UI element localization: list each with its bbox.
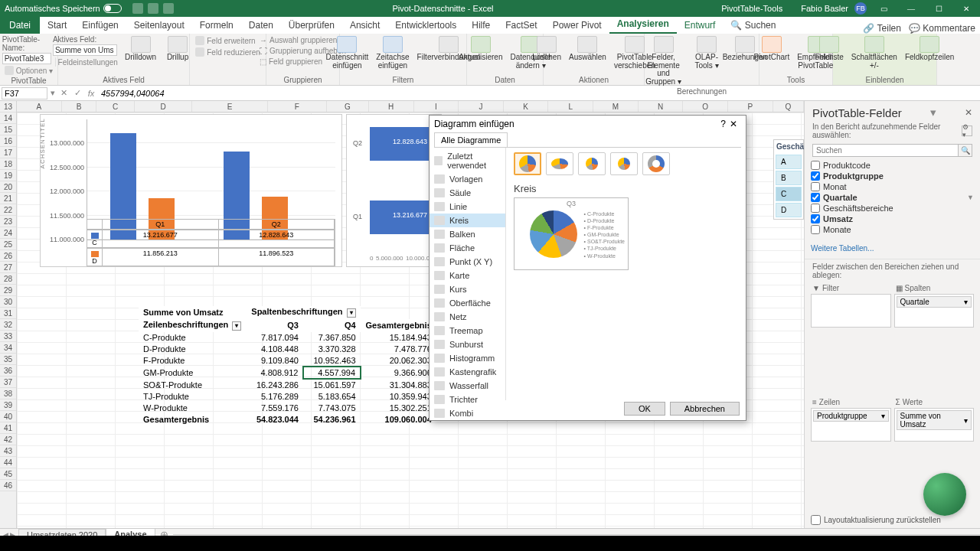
chart-preview[interactable]: Q3 • C-Produkte• D-Produkte• F-Produkte•… (514, 197, 629, 270)
expand-field[interactable]: Feld erweitern (193, 35, 262, 46)
pivot-table[interactable]: Summe von Umsatz Spaltenbeschriftungen ▾… (138, 305, 437, 425)
tab-help[interactable]: Hilfe (464, 17, 498, 34)
drilldown-button[interactable]: Drilldown (122, 35, 159, 63)
page-break-view-icon[interactable] (870, 542, 882, 551)
ribbon-display-options-icon[interactable]: ▭ (873, 0, 894, 17)
tab-review[interactable]: Überprüfen (281, 17, 342, 34)
chart-type-item[interactable]: Punkt (X Y) (430, 255, 505, 269)
gear-icon[interactable]: ⚙ ▾ (962, 126, 972, 136)
share-button[interactable]: 🔗 Teilen (863, 23, 900, 34)
confirm-edit-icon[interactable]: ✓ (70, 88, 84, 98)
add-sheet-icon[interactable]: ⊕ (155, 529, 173, 540)
chart-type-item[interactable]: Wasserfall (430, 379, 505, 393)
chart-type-item[interactable]: Linie (430, 200, 505, 214)
field-settings[interactable]: Feldeinstellungen (53, 57, 120, 67)
fieldheaders-button[interactable]: Feldkopfzeilen (902, 35, 957, 63)
pt-options[interactable]: Optionen ▾ (2, 65, 56, 76)
chart-type-item[interactable]: Kombi (430, 406, 505, 420)
defer-layout-checkbox[interactable] (811, 515, 821, 525)
cancel-edit-icon[interactable]: ✕ (57, 88, 70, 98)
tab-nav-next-icon[interactable]: ▶ (10, 531, 15, 539)
chart-type-item[interactable]: Kastengrafik (430, 365, 505, 379)
more-tables-link[interactable]: Weitere Tabellen... (805, 243, 980, 259)
chart-type-item[interactable]: Trichter (430, 393, 505, 406)
tab-insert[interactable]: Einfügen (74, 17, 126, 34)
chart-type-item[interactable]: Oberfläche (430, 296, 505, 310)
column-headers[interactable]: ABCDEFGHIJKLMNOPQ (17, 101, 804, 112)
fields-items-sets[interactable]: Felder, Elementeund Gruppen ▾ (639, 35, 688, 86)
olap-tools[interactable]: OLAP-Tools ▾ (690, 35, 724, 70)
dialog-help-icon[interactable]: ? (720, 119, 726, 129)
chart-type-item[interactable]: Sunburst (430, 337, 505, 351)
tab-analyze[interactable]: Analysieren (609, 15, 677, 34)
field-item[interactable]: Monate (811, 224, 974, 235)
zoom-control[interactable]: −+ 100 % (888, 542, 974, 550)
fx-icon[interactable]: fx (84, 89, 98, 98)
undo-icon[interactable] (148, 3, 158, 14)
buttons-toggle[interactable]: Schaltflächen+/- (848, 35, 900, 70)
floating-action-button[interactable] (923, 473, 966, 516)
chart-type-item[interactable]: Treemap (430, 324, 505, 337)
field-list[interactable]: ProduktcodeProduktgruppeMonatQuartale▼Ge… (805, 158, 980, 243)
ok-button[interactable]: OK (624, 402, 665, 416)
tab-formulas[interactable]: Formeln (192, 17, 241, 34)
page-layout-view-icon[interactable] (851, 542, 864, 551)
delete-button[interactable]: Löschen (529, 35, 564, 63)
embedded-bar-chart[interactable]: ACHSENTITEL 11.000.00011.500.00012.000.0… (40, 114, 342, 267)
pt-name-input[interactable] (2, 53, 51, 64)
slicer-item[interactable]: A (776, 155, 802, 169)
chart-type-item[interactable]: Fläche (430, 241, 505, 255)
select-button[interactable]: Auswählen (566, 35, 609, 63)
chart-type-item[interactable]: Histogramm (430, 351, 505, 365)
chart-type-item[interactable]: Vorlagen (430, 172, 505, 186)
tab-nav-prev-icon[interactable]: ◀ (3, 531, 8, 539)
subtype-bar-of-pie[interactable] (610, 152, 638, 175)
chart-type-item[interactable]: Säule (430, 186, 505, 200)
sheet-tab-data[interactable]: Umsatzdaten 2020 (18, 529, 106, 540)
refresh-button[interactable]: Aktualisieren (456, 35, 505, 63)
tab-start[interactable]: Start (40, 17, 74, 34)
chart-type-list[interactable]: Zuletzt verwendetVorlagenSäuleLinieKreis… (430, 148, 506, 400)
area-filters[interactable]: ▼ Filter (811, 282, 891, 393)
minimize-button[interactable]: ― (900, 0, 922, 17)
redo-icon[interactable] (163, 3, 174, 14)
taskpane-caret-icon[interactable]: ▾ (930, 106, 936, 119)
comments-button[interactable]: 💬 Kommentare (909, 23, 975, 34)
user-avatar[interactable]: FB (854, 2, 867, 15)
af-input[interactable] (53, 44, 117, 56)
chart-type-item[interactable]: Zuletzt verwendet (430, 149, 505, 172)
row-filter-icon[interactable]: ▾ (232, 321, 241, 331)
file-tab[interactable]: Datei (0, 17, 40, 34)
tab-design[interactable]: Entwurf (677, 17, 724, 34)
field-item[interactable]: Produktcode (811, 160, 974, 171)
tab-view[interactable]: Ansicht (342, 17, 387, 34)
slicer-item[interactable]: C (776, 187, 802, 201)
subtype-donut[interactable] (642, 152, 670, 175)
chart-type-item[interactable]: Netz (430, 310, 505, 324)
fieldlist-button[interactable]: Feldliste (812, 35, 847, 63)
pivotchart-button[interactable]: PivotChart (750, 35, 792, 63)
chart-type-item[interactable]: Kurs (430, 282, 505, 296)
close-taskpane-icon[interactable]: ✕ (965, 107, 972, 118)
close-button[interactable]: ✕ (956, 0, 977, 17)
search-tab[interactable]: 🔍 Suchen (723, 17, 783, 34)
tab-developer[interactable]: Entwicklertools (387, 17, 464, 34)
search-icon[interactable]: 🔍 (959, 144, 972, 157)
sheet-tab-analyse[interactable]: Analyse (106, 528, 155, 541)
slicer-item[interactable]: D (776, 203, 802, 217)
formula-input[interactable]: 4557994,040064 (98, 88, 980, 99)
field-search-input[interactable] (812, 144, 959, 157)
field-item[interactable]: Quartale▼ (811, 192, 974, 203)
field-item[interactable]: Geschäftsbereiche (811, 203, 974, 214)
tab-powerpivot[interactable]: Power Pivot (545, 17, 609, 34)
subtype-pie-3d[interactable] (546, 152, 573, 175)
reduce-field[interactable]: Feld reduzieren (193, 47, 262, 57)
tab-factset[interactable]: FactSet (498, 17, 544, 34)
field-item[interactable]: Monat (811, 181, 974, 192)
slicer[interactable]: Geschäft ABCD (773, 139, 804, 220)
slicer-item[interactable]: B (776, 171, 802, 185)
save-icon[interactable] (132, 3, 143, 14)
area-columns[interactable]: ▦ Spalten Quartale▾ (894, 282, 975, 393)
subtype-pie[interactable] (514, 152, 541, 175)
tab-data[interactable]: Daten (241, 17, 281, 34)
